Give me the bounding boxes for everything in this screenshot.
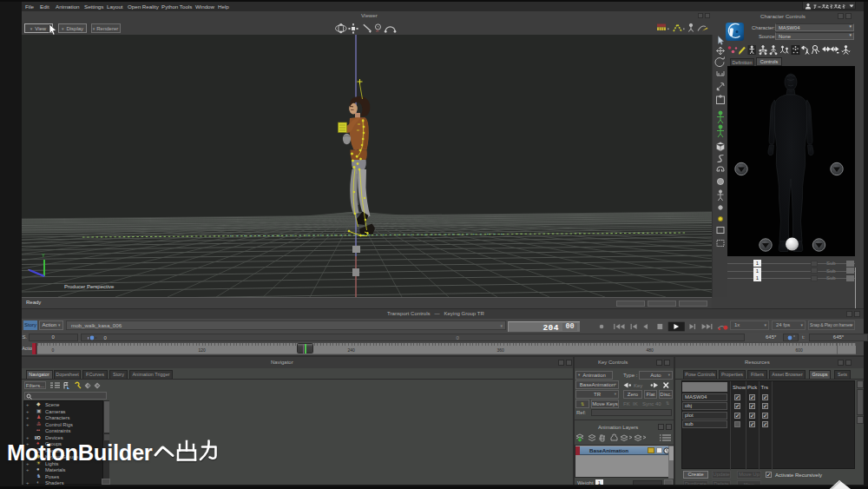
svg-text:Key: Key: [634, 383, 642, 388]
svg-text:Producer Perspective: Producer Perspective: [64, 284, 115, 289]
svg-text:Y: Y: [42, 253, 45, 258]
